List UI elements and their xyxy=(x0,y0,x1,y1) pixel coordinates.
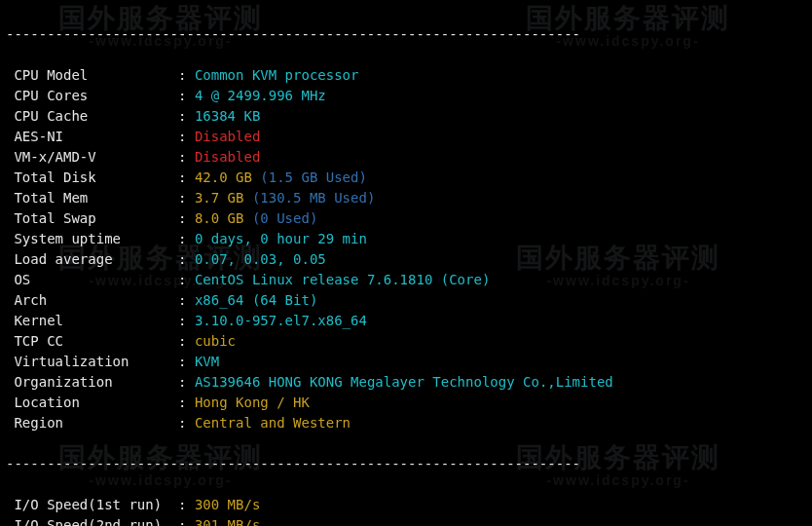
info-row: OS : CentOS Linux release 7.6.1810 (Core… xyxy=(6,270,806,290)
system-info-block: CPU Model : Common KVM processor CPU Cor… xyxy=(6,65,806,433)
info-row: Region : Central and Western xyxy=(6,413,806,433)
info-label: CPU Model xyxy=(6,65,178,86)
info-value: Disabled xyxy=(195,147,260,168)
info-separator: : xyxy=(178,249,195,270)
info-value: Disabled xyxy=(195,127,260,147)
info-separator: : xyxy=(178,127,195,147)
info-value: Central and Western xyxy=(195,413,351,433)
info-label: Arch xyxy=(6,290,178,311)
info-value: CentOS Linux release 7.6.1810 (Core) xyxy=(195,270,490,290)
info-label: Location xyxy=(6,393,178,413)
info-value: AS139646 HONG KONG Megalayer Technology … xyxy=(195,372,613,393)
info-value: 16384 KB xyxy=(195,106,260,127)
info-separator: : xyxy=(178,168,195,188)
info-separator: : xyxy=(178,208,195,229)
info-value: Hong Kong / HK xyxy=(195,393,310,413)
info-value: 3.10.0-957.el7.x86_64 xyxy=(195,311,367,331)
info-value: 3.7 GB xyxy=(195,188,252,208)
info-row: Total Swap : 8.0 GB (0 Used) xyxy=(6,208,806,229)
info-label: Virtualization xyxy=(6,352,178,372)
info-value: (1.5 GB Used) xyxy=(260,168,367,188)
info-separator: : xyxy=(178,290,195,311)
info-separator: : xyxy=(178,86,195,106)
info-row: Total Disk : 42.0 GB (1.5 GB Used) xyxy=(6,168,806,188)
info-value: Common KVM processor xyxy=(195,65,359,86)
info-label: Region xyxy=(6,413,178,433)
info-separator: : xyxy=(178,188,195,208)
info-row: I/O Speed(1st run) : 300 MB/s xyxy=(6,495,806,515)
info-label: I/O Speed(2nd run) xyxy=(6,515,178,526)
info-separator: : xyxy=(178,270,195,290)
info-label: VM-x/AMD-V xyxy=(6,147,178,168)
info-value: 4 @ 2499.996 MHz xyxy=(195,86,326,106)
info-separator: : xyxy=(178,331,195,352)
info-label: Total Mem xyxy=(6,188,178,208)
info-label: CPU Cores xyxy=(6,86,178,106)
info-label: Total Swap xyxy=(6,208,178,229)
info-value: cubic xyxy=(195,331,236,352)
info-value: 301 MB/s xyxy=(195,515,260,526)
info-separator: : xyxy=(178,515,195,526)
info-label: Organization xyxy=(6,372,178,393)
info-separator: : xyxy=(178,311,195,331)
info-value: KVM xyxy=(195,352,219,372)
info-row: Organization : AS139646 HONG KONG Megala… xyxy=(6,372,806,393)
info-row: Virtualization : KVM xyxy=(6,352,806,372)
info-value: 42.0 GB xyxy=(195,168,260,188)
info-label: Total Disk xyxy=(6,168,178,188)
info-row: Location : Hong Kong / HK xyxy=(6,393,806,413)
info-value: 8.0 GB xyxy=(195,208,252,229)
info-value: (130.5 MB Used) xyxy=(252,188,375,208)
info-value: (0 Used) xyxy=(252,208,317,229)
info-separator: : xyxy=(178,372,195,393)
info-separator: : xyxy=(178,65,195,86)
info-row: AES-NI : Disabled xyxy=(6,127,806,147)
info-row: CPU Cores : 4 @ 2499.996 MHz xyxy=(6,86,806,106)
info-row: TCP CC : cubic xyxy=(6,331,806,352)
info-label: AES-NI xyxy=(6,127,178,147)
info-separator: : xyxy=(178,106,195,127)
info-row: Kernel : 3.10.0-957.el7.x86_64 xyxy=(6,311,806,331)
info-row: VM-x/AMD-V : Disabled xyxy=(6,147,806,168)
terminal-output: ----------------------------------------… xyxy=(0,0,812,526)
io-speed-block: I/O Speed(1st run) : 300 MB/s I/O Speed(… xyxy=(6,495,806,526)
info-row: I/O Speed(2nd run) : 301 MB/s xyxy=(6,515,806,526)
info-value: 300 MB/s xyxy=(195,495,260,515)
divider-top: ----------------------------------------… xyxy=(6,24,806,45)
info-separator: : xyxy=(178,352,195,372)
info-label: TCP CC xyxy=(6,331,178,352)
info-value: 0 days, 0 hour 29 min xyxy=(195,229,367,249)
info-label: System uptime xyxy=(6,229,178,249)
info-value: x86_64 (64 Bit) xyxy=(195,290,317,311)
info-separator: : xyxy=(178,229,195,249)
info-row: Arch : x86_64 (64 Bit) xyxy=(6,290,806,311)
info-label: I/O Speed(1st run) xyxy=(6,495,178,515)
info-separator: : xyxy=(178,413,195,433)
info-label: OS xyxy=(6,270,178,290)
info-row: CPU Cache : 16384 KB xyxy=(6,106,806,127)
info-row: Load average : 0.07, 0.03, 0.05 xyxy=(6,249,806,270)
info-value: 0.07, 0.03, 0.05 xyxy=(195,249,326,270)
info-row: CPU Model : Common KVM processor xyxy=(6,65,806,86)
info-row: Total Mem : 3.7 GB (130.5 MB Used) xyxy=(6,188,806,208)
divider-mid: ----------------------------------------… xyxy=(6,454,806,474)
info-label: Kernel xyxy=(6,311,178,331)
info-label: CPU Cache xyxy=(6,106,178,127)
info-separator: : xyxy=(178,147,195,168)
info-row: System uptime : 0 days, 0 hour 29 min xyxy=(6,229,806,249)
info-separator: : xyxy=(178,495,195,515)
info-label: Load average xyxy=(6,249,178,270)
info-separator: : xyxy=(178,393,195,413)
